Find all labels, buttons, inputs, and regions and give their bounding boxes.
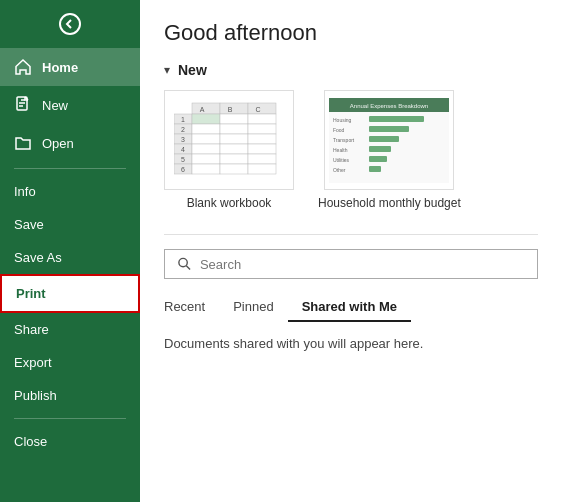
svg-rect-4 — [220, 103, 248, 114]
svg-text:5: 5 — [181, 156, 185, 163]
tab-shared[interactable]: Shared with Me — [288, 293, 411, 322]
svg-rect-24 — [192, 124, 220, 134]
sidebar-item-new[interactable]: New — [0, 86, 140, 124]
section-divider — [164, 234, 538, 235]
svg-rect-30 — [192, 144, 220, 154]
svg-rect-35 — [248, 154, 276, 164]
new-section-title: New — [178, 62, 207, 78]
svg-rect-31 — [220, 144, 248, 154]
sidebar-item-home[interactable]: Home — [0, 48, 140, 86]
sidebar: Home New Open Info Save Save As Print Sh… — [0, 0, 140, 502]
search-input[interactable] — [200, 257, 525, 272]
tabs-row: Recent Pinned Shared with Me — [164, 293, 538, 322]
svg-rect-29 — [248, 134, 276, 144]
svg-text:1: 1 — [181, 116, 185, 123]
template-blank[interactable]: A B C 1 2 3 4 5 6 — [164, 90, 294, 210]
sidebar-item-save[interactable]: Save — [0, 208, 140, 241]
svg-rect-43 — [369, 116, 424, 122]
sidebar-open-label: Open — [42, 136, 74, 151]
svg-point-0 — [60, 14, 80, 34]
new-section-header: ▾ New — [164, 62, 538, 78]
blank-workbook-label: Blank workbook — [187, 196, 272, 210]
budget-chart-icon: Annual Expenses Breakdown Housing Food T… — [329, 98, 449, 183]
tab-pinned[interactable]: Pinned — [219, 293, 287, 322]
svg-line-55 — [186, 266, 190, 270]
svg-rect-37 — [220, 164, 248, 174]
svg-rect-47 — [369, 136, 399, 142]
svg-rect-36 — [192, 164, 220, 174]
svg-text:2: 2 — [181, 126, 185, 133]
svg-rect-5 — [248, 103, 276, 114]
sidebar-new-label: New — [42, 98, 68, 113]
home-icon — [14, 58, 32, 76]
svg-rect-22 — [220, 114, 248, 124]
svg-text:Annual Expenses Breakdown: Annual Expenses Breakdown — [350, 103, 428, 109]
svg-rect-49 — [369, 146, 391, 152]
svg-text:6: 6 — [181, 166, 185, 173]
svg-rect-53 — [369, 166, 381, 172]
svg-point-54 — [179, 258, 187, 266]
template-budget[interactable]: Annual Expenses Breakdown Housing Food T… — [318, 90, 461, 210]
svg-text:B: B — [228, 106, 233, 113]
sidebar-divider-1 — [14, 168, 126, 169]
main-content: Good afternoon ▾ New — [140, 0, 562, 502]
sidebar-item-share[interactable]: Share — [0, 313, 140, 346]
budget-label: Household monthly budget — [318, 196, 461, 210]
svg-rect-21 — [192, 114, 220, 124]
sidebar-item-publish[interactable]: Publish — [0, 379, 140, 412]
svg-rect-28 — [220, 134, 248, 144]
new-icon — [14, 96, 32, 114]
sidebar-item-print[interactable]: Print — [0, 274, 140, 313]
svg-rect-23 — [248, 114, 276, 124]
sidebar-item-open[interactable]: Open — [0, 124, 140, 162]
back-button[interactable] — [0, 0, 140, 48]
blank-workbook-thumb: A B C 1 2 3 4 5 6 — [164, 90, 294, 190]
svg-text:Housing: Housing — [333, 117, 352, 123]
svg-text:Transport: Transport — [333, 137, 355, 143]
svg-text:Other: Other — [333, 167, 346, 173]
budget-thumb: Annual Expenses Breakdown Housing Food T… — [324, 90, 454, 190]
chevron-down-icon[interactable]: ▾ — [164, 63, 170, 77]
svg-rect-51 — [369, 156, 387, 162]
svg-rect-33 — [192, 154, 220, 164]
svg-text:Food: Food — [333, 127, 345, 133]
svg-rect-27 — [192, 134, 220, 144]
svg-rect-34 — [220, 154, 248, 164]
sidebar-divider-2 — [14, 418, 126, 419]
open-icon — [14, 134, 32, 152]
svg-text:4: 4 — [181, 146, 185, 153]
svg-rect-25 — [220, 124, 248, 134]
sidebar-item-close[interactable]: Close — [0, 425, 140, 458]
blank-grid-icon: A B C 1 2 3 4 5 6 — [174, 98, 284, 183]
svg-text:A: A — [200, 106, 205, 113]
templates-row: A B C 1 2 3 4 5 6 — [164, 90, 538, 210]
tab-recent[interactable]: Recent — [164, 293, 219, 322]
search-icon — [177, 256, 192, 272]
svg-text:C: C — [255, 106, 260, 113]
svg-rect-26 — [248, 124, 276, 134]
svg-rect-3 — [192, 103, 220, 114]
svg-rect-38 — [248, 164, 276, 174]
svg-text:3: 3 — [181, 136, 185, 143]
greeting-heading: Good afternoon — [164, 20, 538, 46]
svg-text:Utilities: Utilities — [333, 157, 350, 163]
back-icon — [58, 12, 82, 36]
svg-rect-32 — [248, 144, 276, 154]
search-bar[interactable] — [164, 249, 538, 279]
sidebar-item-export[interactable]: Export — [0, 346, 140, 379]
shared-empty-message: Documents shared with you will appear he… — [164, 336, 538, 351]
svg-text:Health: Health — [333, 147, 348, 153]
sidebar-home-label: Home — [42, 60, 78, 75]
sidebar-item-save-as[interactable]: Save As — [0, 241, 140, 274]
svg-rect-45 — [369, 126, 409, 132]
sidebar-item-info[interactable]: Info — [0, 175, 140, 208]
